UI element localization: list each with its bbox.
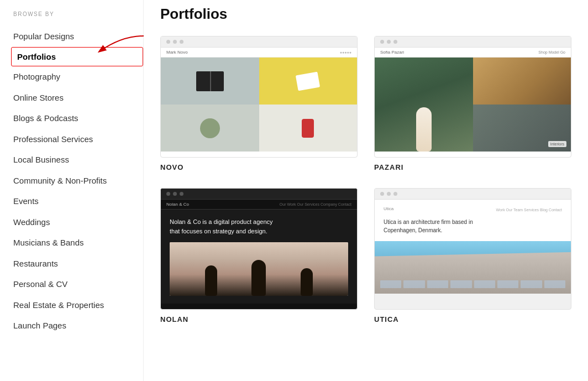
utica-building-image — [375, 241, 571, 294]
novo-cell-4 — [259, 105, 358, 152]
utica-description: Utica is an architecture firm based inCo… — [384, 218, 562, 234]
pazari-bottom-right: Interiors — [473, 105, 571, 152]
card-shape — [296, 71, 320, 91]
nolan-template-name: NOLAN — [160, 315, 358, 323]
nolan-headline: Nolan & Co is a digital product agency t… — [170, 217, 280, 236]
sidebar: BROWSE BY Popular Designs Portfolios Pho… — [0, 0, 144, 381]
pazari-image-grid: Interiors — [375, 58, 571, 152]
template-card-utica[interactable]: Utica Work Our Team Services Blog Contac… — [374, 188, 571, 323]
pazari-left-image — [375, 58, 473, 152]
sidebar-item-local-business[interactable]: Local Business — [11, 149, 143, 170]
browse-by-label: BROWSE BY — [11, 11, 143, 17]
pazari-template-name: PAZARI — [374, 163, 571, 171]
person-3 — [301, 268, 313, 296]
pazari-nav: Shop Model Go — [538, 50, 565, 54]
person-1 — [205, 265, 217, 296]
template-card-novo[interactable]: Mark Novo ●●●●● — [160, 36, 358, 171]
pazari-top-right — [473, 58, 571, 105]
flowers-shape — [200, 118, 220, 138]
person-2 — [251, 260, 266, 296]
utica-site-name: Utica — [384, 206, 393, 211]
dot-2 — [173, 192, 177, 196]
dot-1 — [380, 40, 384, 44]
window — [474, 280, 495, 288]
utica-content: Utica Work Our Team Services Blog Contac… — [375, 200, 571, 294]
pazari-browser-bar — [375, 36, 571, 48]
sidebar-item-portfolios[interactable]: Portfolios — [11, 47, 143, 67]
nolan-site-header: Nolan & Co Our Work Our Services Company… — [161, 200, 357, 210]
novo-image-grid — [161, 58, 357, 152]
sidebar-item-community-nonprofits[interactable]: Community & Non-Profits — [11, 170, 143, 191]
people-silhouettes — [187, 261, 330, 296]
nolan-image — [170, 242, 348, 296]
template-card-pazari[interactable]: Sofia Pazari Shop Model Go — [374, 36, 571, 171]
novo-template-name: NOVO — [160, 163, 358, 171]
can-shape — [302, 119, 314, 138]
dot-2 — [387, 192, 391, 196]
interior-label: Interiors — [548, 141, 566, 147]
template-preview-nolan: Nolan & Co Our Work Our Services Company… — [160, 188, 358, 310]
novo-site-name: Mark Novo — [166, 50, 188, 55]
sidebar-item-online-stores[interactable]: Online Stores — [11, 87, 143, 108]
page-title: Portfolios — [160, 6, 571, 23]
dot-2 — [173, 40, 177, 44]
template-preview-pazari: Sofia Pazari Shop Model Go — [374, 36, 571, 158]
window — [380, 280, 401, 288]
dot-1 — [380, 192, 384, 196]
dot-3 — [393, 192, 397, 196]
dot-3 — [180, 192, 183, 196]
template-preview-novo: Mark Novo ●●●●● — [160, 36, 358, 158]
template-card-nolan[interactable]: Nolan & Co Our Work Our Services Company… — [160, 188, 358, 323]
novo-cell-2 — [259, 58, 358, 105]
novo-cell-1 — [161, 58, 259, 105]
main-content: Portfolios Mark Novo ●●●●● — [144, 0, 588, 381]
dot-2 — [387, 40, 391, 44]
sidebar-item-photography[interactable]: Photography — [11, 66, 143, 87]
book-icon — [196, 71, 224, 91]
sidebar-item-launch-pages[interactable]: Launch Pages — [11, 315, 143, 336]
pazari-site-header: Sofia Pazari Shop Model Go — [375, 48, 571, 58]
dot-3 — [180, 40, 183, 44]
sidebar-item-restaurants[interactable]: Restaurants — [11, 253, 143, 274]
sidebar-item-events[interactable]: Events — [11, 191, 143, 212]
window — [450, 280, 471, 288]
window — [521, 280, 542, 288]
sidebar-item-personal-cv[interactable]: Personal & CV — [11, 274, 143, 295]
novo-cell-3 — [161, 105, 259, 152]
nolan-content: Nolan & Co is a digital product agency t… — [161, 210, 357, 304]
dot-1 — [166, 192, 170, 196]
sidebar-item-weddings[interactable]: Weddings — [11, 212, 143, 233]
nolan-nav: Our Work Our Services Company Contact — [280, 202, 351, 206]
pazari-right-images: Interiors — [473, 58, 571, 152]
window — [544, 280, 565, 288]
dot-1 — [166, 40, 170, 44]
building-windows — [375, 280, 571, 288]
person-figure — [416, 107, 432, 152]
utica-text-area: Utica Work Our Team Services Blog Contac… — [375, 200, 571, 241]
dot-3 — [393, 40, 397, 44]
nolan-browser-bar — [161, 189, 357, 200]
utica-nav: Work Our Team Services Blog Contact — [496, 208, 562, 212]
utica-browser-bar — [375, 189, 571, 200]
window — [403, 280, 424, 288]
window — [497, 280, 518, 288]
novo-browser-bar — [161, 36, 357, 48]
sidebar-item-real-estate[interactable]: Real Estate & Properties — [11, 295, 143, 316]
templates-grid: Mark Novo ●●●●● — [160, 36, 571, 323]
window — [427, 280, 448, 288]
sidebar-item-blogs-podcasts[interactable]: Blogs & Podcasts — [11, 108, 143, 129]
pazari-site-name: Sofia Pazari — [380, 50, 404, 55]
sidebar-item-popular-designs[interactable]: Popular Designs — [11, 26, 143, 47]
utica-template-name: UTICA — [374, 315, 571, 323]
pazari-person-bg — [375, 58, 473, 152]
novo-nav: ●●●●● — [340, 50, 351, 54]
sidebar-item-professional-services[interactable]: Professional Services — [11, 129, 143, 150]
nolan-site-name: Nolan & Co — [166, 202, 189, 207]
novo-site-header: Mark Novo ●●●●● — [161, 48, 357, 58]
sidebar-item-musicians-bands[interactable]: Musicians & Bands — [11, 232, 143, 253]
template-preview-utica: Utica Work Our Team Services Blog Contac… — [374, 188, 571, 310]
